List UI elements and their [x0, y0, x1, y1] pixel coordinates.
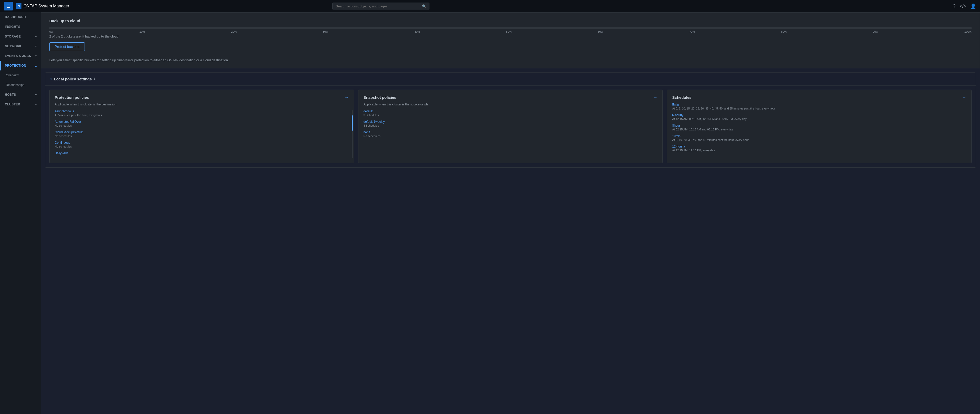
policy-link-none[interactable]: none	[364, 130, 371, 134]
chevron-down-icon: ▾	[35, 45, 37, 48]
policy-link-cloudbackupdefault[interactable]: CloudBackupDefault	[55, 130, 83, 134]
topbar-actions: ? </> 👤	[953, 3, 976, 9]
main-layout: DASHBOARD INSIGHTS STORAGE ▾ NETWORK ▾ E…	[0, 12, 980, 414]
schedules-title: Schedules	[672, 95, 691, 100]
schedule-item-8hour: 8hour At 02:15 AM, 10:15 AM and 06:15 PM…	[672, 124, 966, 131]
policy-item-none: none No schedules	[364, 130, 658, 138]
search-icon: 🔍	[422, 4, 426, 8]
sidebar-item-network[interactable]: NETWORK ▾	[0, 41, 41, 51]
local-policy-header[interactable]: ▾ Local policy settings ℹ	[45, 73, 976, 86]
sidebar-label-dashboard: DASHBOARD	[5, 15, 26, 19]
info-icon[interactable]: ℹ	[94, 77, 95, 81]
protect-buckets-label: Protect buckets	[55, 44, 80, 49]
schedule-detail-10min: At 0, 10, 20, 30, 40, and 50 minutes pas…	[672, 138, 966, 141]
sidebar-label-hosts: HOSTS	[5, 93, 16, 97]
scroll-thumb	[352, 115, 353, 131]
sidebar-item-dashboard[interactable]: DASHBOARD	[0, 12, 41, 22]
backup-to-cloud-section: Back up to cloud 0% 10% 20% 30% 40% 50% …	[41, 12, 980, 68]
policy-cards-container: Protection policies → Applicable when th…	[45, 86, 976, 167]
label-70pct: 70%	[689, 30, 695, 33]
sidebar-item-protection[interactable]: PROTECTION ▴	[0, 61, 41, 70]
sidebar-item-insights[interactable]: INSIGHTS	[0, 22, 41, 32]
protection-policies-title: Protection policies	[55, 95, 89, 100]
help-button[interactable]: ?	[953, 3, 956, 9]
content-area: Back up to cloud 0% 10% 20% 30% 40% 50% …	[41, 12, 980, 414]
policy-link-continuous[interactable]: Continuous	[55, 141, 70, 144]
chevron-down-icon: ▾	[35, 103, 37, 106]
backup-section-title: Back up to cloud	[49, 19, 972, 23]
sidebar-label-overview: Overview	[6, 73, 19, 77]
chevron-down-icon: ▾	[35, 94, 37, 96]
policy-item-cloudbackupdefault: CloudBackupDefault No schedules	[55, 130, 349, 138]
code-button[interactable]: </>	[959, 3, 966, 9]
policy-link-default-1weekly[interactable]: default-1weekly	[364, 120, 385, 124]
sidebar: DASHBOARD INSIGHTS STORAGE ▾ NETWORK ▾ E…	[0, 12, 41, 414]
label-40pct: 40%	[414, 30, 420, 33]
policy-item-asynchronous: Asynchronous At 5 minutes past the hour,…	[55, 109, 349, 117]
policy-item-default-1weekly: default-1weekly 3 Schedules	[364, 120, 658, 127]
sidebar-label-insights: INSIGHTS	[5, 25, 21, 29]
policy-link-automatedfailover[interactable]: AutomatedFailOver	[55, 120, 81, 124]
label-90pct: 90%	[873, 30, 878, 33]
policy-link-default[interactable]: default	[364, 109, 373, 113]
snapshot-policies-arrow[interactable]: →	[653, 95, 657, 100]
policy-detail-automatedfailover: No schedules	[55, 124, 349, 127]
search-bar[interactable]: 🔍	[332, 3, 430, 10]
policy-item-continuous: Continuous No schedules	[55, 141, 349, 148]
protect-buckets-button[interactable]: Protect buckets	[49, 42, 85, 51]
sidebar-item-events-jobs[interactable]: EVENTS & JOBS ▾	[0, 51, 41, 61]
app-title: ONTAP System Manager	[24, 4, 69, 8]
schedule-detail-6-hourly: At 12:15 AM, 06:15 AM, 12:15 PM and 06:1…	[672, 117, 966, 121]
help-icon: ?	[953, 3, 956, 9]
label-20pct: 20%	[231, 30, 237, 33]
sidebar-item-hosts[interactable]: HOSTS ▾	[0, 90, 41, 100]
code-icon: </>	[959, 3, 966, 9]
policy-detail-none: No schedules	[364, 135, 658, 138]
schedule-link-5min[interactable]: 5min	[672, 103, 679, 106]
label-60pct: 60%	[598, 30, 603, 33]
schedule-link-8hour[interactable]: 8hour	[672, 124, 680, 127]
protection-policies-card: Protection policies → Applicable when th…	[49, 90, 354, 163]
schedules-card: Schedules → 5min At 0, 5, 10, 15, 20, 25…	[667, 90, 972, 163]
progress-labels: 0% 10% 20% 30% 40% 50% 60% 70% 80% 90% 1…	[49, 30, 972, 33]
chevron-down-icon: ▾	[35, 55, 37, 57]
schedule-link-6-hourly[interactable]: 6-hourly	[672, 113, 683, 117]
chevron-down-icon: ▾	[35, 35, 37, 38]
snapshot-policies-title: Snapshot policies	[364, 95, 396, 100]
protection-policies-header: Protection policies →	[55, 95, 349, 100]
user-icon: 👤	[970, 3, 976, 9]
sidebar-item-relationships[interactable]: Relationships	[0, 80, 41, 90]
sidebar-item-storage[interactable]: STORAGE ▾	[0, 32, 41, 41]
protection-policies-subtitle: Applicable when this cluster is the dest…	[55, 103, 349, 106]
chevron-up-icon: ▴	[35, 64, 37, 67]
user-button[interactable]: 👤	[970, 3, 976, 9]
policy-item-automatedfailover: AutomatedFailOver No schedules	[55, 120, 349, 127]
label-30pct: 30%	[323, 30, 328, 33]
policy-link-dailyvault[interactable]: DailyVault	[55, 151, 68, 155]
label-50pct: 50%	[506, 30, 512, 33]
schedules-arrow[interactable]: →	[962, 95, 966, 100]
sidebar-item-cluster[interactable]: CLUSTER ▾	[0, 100, 41, 109]
sidebar-label-events-jobs: EVENTS & JOBS	[5, 54, 31, 58]
label-100pct: 100%	[964, 30, 972, 33]
policy-detail-cloudbackupdefault: No schedules	[55, 135, 349, 138]
backup-status-text: 2 of the 2 buckets aren't backed up to t…	[49, 35, 972, 38]
sidebar-label-cluster: CLUSTER	[5, 103, 20, 106]
schedule-detail-12-hourly: At 12:15 AM, 12:15 PM, every day	[672, 149, 966, 152]
snapshot-policies-subtitle: Applicable when this cluster is the sour…	[364, 103, 658, 106]
schedule-link-10min[interactable]: 10min	[672, 134, 681, 138]
policy-link-asynchronous[interactable]: Asynchronous	[55, 109, 74, 113]
snapshot-policies-header: Snapshot policies →	[364, 95, 658, 100]
policy-item-default: default 3 Schedules	[364, 109, 658, 117]
sidebar-item-overview[interactable]: Overview	[0, 70, 41, 80]
schedule-link-12-hourly[interactable]: 12-hourly	[672, 145, 685, 148]
protection-policies-arrow[interactable]: →	[345, 95, 349, 100]
schedule-item-6-hourly: 6-hourly At 12:15 AM, 06:15 AM, 12:15 PM…	[672, 113, 966, 121]
progress-bar-background	[49, 27, 972, 29]
scroll-bar[interactable]	[352, 110, 353, 158]
protect-buckets-description: Lets you select specific buckets for set…	[49, 58, 972, 62]
topbar: ☰ N ONTAP System Manager 🔍 ? </> 👤	[0, 0, 980, 12]
search-input[interactable]	[336, 4, 420, 8]
sidebar-label-protection: PROTECTION	[5, 64, 26, 67]
menu-button[interactable]: ☰	[4, 2, 13, 11]
